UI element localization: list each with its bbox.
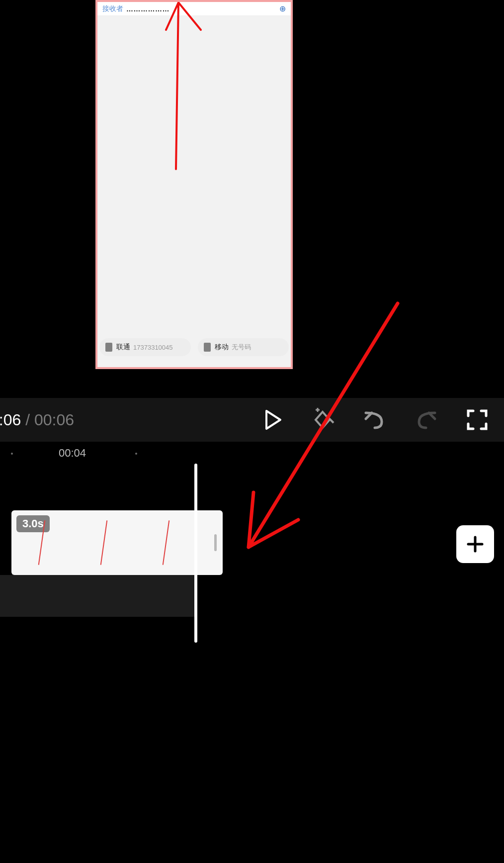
add-contact-icon: ⊕ <box>279 4 286 13</box>
add-clip-button[interactable] <box>456 525 494 563</box>
sim-card-icon <box>204 343 211 352</box>
preview-topbar: 接收者 ……………… ⊕ <box>97 2 291 16</box>
plus-icon <box>465 534 485 554</box>
ruler-time-label: 00:04 <box>59 447 86 460</box>
fullscreen-icon <box>465 408 489 432</box>
play-icon <box>260 408 284 432</box>
ruler-tick <box>135 453 137 455</box>
ruler-tick <box>11 453 13 455</box>
playhead[interactable] <box>194 464 197 643</box>
time-display: 0:06 / 00:06 <box>0 411 74 429</box>
undo-button[interactable] <box>363 408 387 432</box>
sim-number: 17373310045 <box>133 344 173 351</box>
keyframe-button[interactable] <box>312 408 336 432</box>
video-preview[interactable]: 接收者 ……………… ⊕ 联通 17373310045 移动 无号码 <box>95 0 293 392</box>
clip-thumbnail-mark <box>100 520 108 565</box>
timeline[interactable]: 3.0s <box>0 466 504 818</box>
annotation-arrow-up-icon <box>151 0 251 174</box>
topbar-value: ……………… <box>126 5 169 13</box>
current-time: 0:06 <box>0 411 21 429</box>
sim-chip-1[interactable]: 联通 17373310045 <box>99 338 191 356</box>
sim-card-icon <box>105 343 112 352</box>
playback-controls: 0:06 / 00:06 <box>0 398 504 442</box>
sim-number: 无号码 <box>232 343 251 352</box>
empty-track[interactable] <box>0 575 195 617</box>
clip-thumbnail-mark <box>163 520 170 565</box>
total-time: 00:06 <box>34 411 74 429</box>
fullscreen-button[interactable] <box>465 408 489 432</box>
sim-selector-row: 联通 17373310045 移动 无号码 <box>97 338 291 356</box>
topbar-label: 接收者 <box>102 4 123 13</box>
sim-name: 联通 <box>116 343 130 352</box>
sim-name: 移动 <box>215 343 229 352</box>
clip-trim-right[interactable] <box>208 510 223 575</box>
video-clip[interactable]: 3.0s <box>11 510 223 575</box>
keyframe-add-icon <box>312 408 336 432</box>
redo-button[interactable] <box>414 408 438 432</box>
undo-icon <box>363 408 387 432</box>
play-button[interactable] <box>260 408 284 432</box>
preview-frame: 接收者 ……………… ⊕ 联通 17373310045 移动 无号码 <box>95 0 293 369</box>
timeline-ruler[interactable]: 00:04 <box>0 444 504 466</box>
time-separator: / <box>21 411 34 429</box>
sim-chip-2[interactable]: 移动 无号码 <box>198 338 289 356</box>
redo-icon <box>414 408 438 432</box>
